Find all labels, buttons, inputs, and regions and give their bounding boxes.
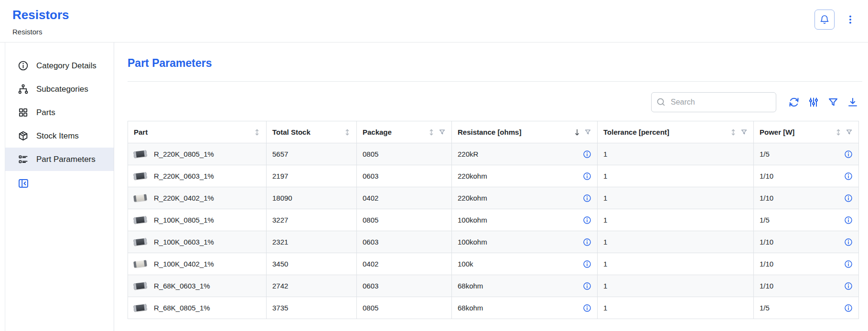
part-cell: R_100K_0805_1% xyxy=(128,209,267,231)
kebab-icon xyxy=(845,14,856,25)
sidebar-item-part-parameters[interactable]: Part Parameters xyxy=(5,148,114,171)
power-value: 1/10 xyxy=(760,238,773,246)
power-cell: 1/10 xyxy=(754,165,859,187)
column-header-total-stock[interactable]: Total Stock xyxy=(267,121,357,143)
info-icon[interactable] xyxy=(844,260,853,268)
info-icon[interactable] xyxy=(583,238,591,246)
table-row[interactable]: R_220K_0805_1% 5657 0805 220kR 1 1/5 xyxy=(128,143,859,165)
bell-icon xyxy=(819,14,830,25)
tolerance-cell: 1 xyxy=(598,297,754,319)
part-thumbnail-icon xyxy=(133,150,147,158)
resistance-cell: 220kohm xyxy=(452,165,598,187)
table-row[interactable]: R_220K_0402_1% 18090 0402 220kohm 1 1/10 xyxy=(128,187,859,209)
tolerance-cell: 1 xyxy=(598,165,754,187)
table-row[interactable]: R_68K_0603_1% 2742 0603 68kohm 1 1/10 xyxy=(128,275,859,297)
resistance-value: 220kohm xyxy=(458,172,487,180)
download-button[interactable] xyxy=(847,96,858,108)
table-row[interactable]: R_100K_0805_1% 3227 0805 100kohm 1 1/5 xyxy=(128,209,859,231)
filter-button[interactable] xyxy=(827,96,839,108)
column-header-power[interactable]: Power [W] xyxy=(754,121,859,143)
overflow-menu-button[interactable] xyxy=(845,14,856,25)
package-cell: 0402 xyxy=(357,253,452,275)
sidebar-item-label: Subcategories xyxy=(36,85,88,94)
power-cell: 1/10 xyxy=(754,187,859,209)
package-cell: 0603 xyxy=(357,231,452,253)
sort-descending-icon[interactable] xyxy=(574,128,580,136)
info-icon[interactable] xyxy=(583,150,591,159)
part-cell: R_68K_0805_1% xyxy=(128,297,267,319)
resistance-cell: 220kR xyxy=(452,143,598,165)
part-name[interactable]: R_100K_0603_1% xyxy=(154,238,214,246)
part-name[interactable]: R_100K_0805_1% xyxy=(154,216,214,224)
info-icon[interactable] xyxy=(844,150,853,159)
info-icon[interactable] xyxy=(583,282,591,290)
hierarchy-icon xyxy=(18,84,29,95)
resistance-cell: 100kohm xyxy=(452,209,598,231)
sidebar-item-parts[interactable]: Parts xyxy=(5,101,114,124)
notifications-button[interactable] xyxy=(814,10,835,30)
column-header-tolerance[interactable]: Tolerance [percent] xyxy=(598,121,754,143)
column-label: Resistance [ohms] xyxy=(458,128,574,136)
part-cell: R_100K_0603_1% xyxy=(128,231,267,253)
column-label: Tolerance [percent] xyxy=(603,128,730,136)
info-icon[interactable] xyxy=(583,194,591,203)
sort-icon[interactable] xyxy=(428,128,435,136)
sidebar-item-category-details[interactable]: Category Details xyxy=(5,54,114,77)
column-settings-button[interactable] xyxy=(808,96,819,108)
section-divider xyxy=(128,81,862,82)
table-row[interactable]: R_220K_0603_1% 2197 0603 220kohm 1 1/10 xyxy=(128,165,859,187)
search-box xyxy=(651,92,776,112)
refresh-icon xyxy=(788,96,800,108)
part-name[interactable]: R_68K_0805_1% xyxy=(154,304,210,312)
info-icon[interactable] xyxy=(844,194,853,203)
resistance-cell: 100kohm xyxy=(452,231,598,253)
sort-icon[interactable] xyxy=(344,128,351,136)
resistance-cell: 220kohm xyxy=(452,187,598,209)
app-header: Resistors Resistors xyxy=(0,0,868,43)
info-icon[interactable] xyxy=(844,304,853,312)
part-name[interactable]: R_220K_0805_1% xyxy=(154,150,214,158)
sort-icon[interactable] xyxy=(730,128,737,136)
power-value: 1/10 xyxy=(760,172,773,180)
info-icon[interactable] xyxy=(583,172,591,181)
part-name[interactable]: R_220K_0603_1% xyxy=(154,172,214,180)
sidebar-item-label: Category Details xyxy=(36,61,96,71)
info-icon[interactable] xyxy=(583,216,591,224)
table-row[interactable]: R_68K_0805_1% 3735 0805 68kohm 1 1/5 xyxy=(128,297,859,319)
sidebar-item-subcategories[interactable]: Subcategories xyxy=(5,77,114,101)
package-cell: 0805 xyxy=(357,209,452,231)
info-icon[interactable] xyxy=(844,216,853,224)
table-row[interactable]: R_100K_0603_1% 2321 0603 100kohm 1 1/10 xyxy=(128,231,859,253)
part-name[interactable]: R_100K_0402_1% xyxy=(154,260,214,268)
part-thumbnail-icon xyxy=(133,216,147,224)
info-icon[interactable] xyxy=(583,304,591,312)
column-header-package[interactable]: Package xyxy=(357,121,452,143)
info-icon[interactable] xyxy=(844,282,853,290)
column-filter-icon[interactable] xyxy=(846,128,853,136)
search-input[interactable] xyxy=(651,92,776,112)
info-icon[interactable] xyxy=(844,172,853,181)
power-value: 1/5 xyxy=(760,304,770,312)
part-name[interactable]: R_220K_0402_1% xyxy=(154,194,214,202)
refresh-button[interactable] xyxy=(788,96,800,108)
sidebar-collapse-row xyxy=(5,171,114,189)
info-icon[interactable] xyxy=(583,260,591,268)
column-filter-icon[interactable] xyxy=(584,128,591,136)
collapse-sidebar-button[interactable] xyxy=(18,178,29,189)
part-name[interactable]: R_68K_0603_1% xyxy=(154,282,210,290)
info-circle-icon xyxy=(18,60,29,71)
sort-icon[interactable] xyxy=(254,128,260,136)
column-filter-icon[interactable] xyxy=(740,128,748,136)
tolerance-cell: 1 xyxy=(598,253,754,275)
info-icon[interactable] xyxy=(844,238,853,246)
column-header-part[interactable]: Part xyxy=(128,121,267,143)
sort-icon[interactable] xyxy=(835,128,842,136)
sidebar-item-stock-items[interactable]: Stock Items xyxy=(5,124,114,148)
column-filter-icon[interactable] xyxy=(439,128,446,136)
sidebar-item-label: Part Parameters xyxy=(36,155,96,164)
table-body: R_220K_0805_1% 5657 0805 220kR 1 1/5 xyxy=(128,143,859,319)
column-header-resistance[interactable]: Resistance [ohms] xyxy=(452,121,598,143)
resistance-cell: 68kohm xyxy=(452,297,598,319)
sidebar-item-label: Stock Items xyxy=(36,131,79,141)
table-row[interactable]: R_100K_0402_1% 3450 0402 100k 1 1/10 xyxy=(128,253,859,275)
